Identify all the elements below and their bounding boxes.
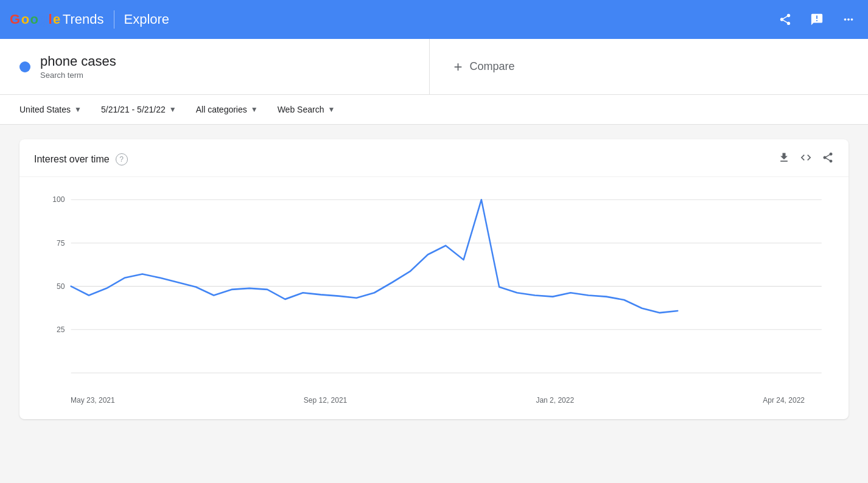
header-explore-title: Explore bbox=[124, 12, 170, 27]
x-label-sep: Sep 12, 2021 bbox=[304, 396, 347, 405]
header-divider bbox=[114, 10, 114, 29]
header: Google Trends Explore bbox=[0, 0, 868, 39]
header-left: Google Trends Explore bbox=[10, 10, 169, 29]
filter-bar: United States ▼ 5/21/21 - 5/21/22 ▼ All … bbox=[0, 95, 868, 125]
x-label-apr: Apr 24, 2022 bbox=[763, 396, 805, 405]
logo-o1: o bbox=[21, 12, 29, 27]
search-term-box[interactable]: phone cases Search term bbox=[0, 39, 430, 94]
category-dropdown-icon: ▼ bbox=[251, 105, 258, 114]
logo-o2: o bbox=[30, 12, 38, 27]
chart-share-icon[interactable] bbox=[822, 151, 834, 167]
category-label: All categories bbox=[196, 105, 247, 114]
chart-header: Interest over time ? bbox=[19, 139, 849, 177]
logo-g1: G bbox=[10, 12, 20, 27]
date-label: 5/21/21 - 5/21/22 bbox=[101, 105, 166, 114]
compare-box[interactable]: + Compare bbox=[430, 39, 869, 94]
logo-l: l bbox=[48, 12, 52, 27]
logo-g2: g bbox=[40, 12, 47, 27]
download-icon[interactable] bbox=[778, 151, 790, 167]
chart-title: Interest over time bbox=[34, 154, 110, 165]
svg-text:25: 25 bbox=[57, 325, 65, 334]
category-filter[interactable]: All categories ▼ bbox=[196, 105, 258, 114]
logo-e: e bbox=[53, 12, 60, 27]
trends-label: Trends bbox=[63, 12, 104, 27]
x-axis-labels: May 23, 2021 Sep 12, 2021 Jan 2, 2022 Ap… bbox=[34, 394, 834, 405]
help-question-mark: ? bbox=[119, 155, 124, 164]
svg-text:100: 100 bbox=[52, 195, 65, 204]
term-text-group: phone cases Search term bbox=[40, 54, 116, 80]
x-label-jan: Jan 2, 2022 bbox=[536, 396, 574, 405]
feedback-icon[interactable] bbox=[807, 10, 827, 29]
svg-text:75: 75 bbox=[57, 238, 65, 247]
region-filter[interactable]: United States ▼ bbox=[19, 105, 82, 114]
date-dropdown-icon: ▼ bbox=[169, 105, 177, 114]
embed-icon[interactable] bbox=[800, 151, 812, 167]
trend-chart: 100 75 50 25 bbox=[34, 187, 834, 394]
search-type-filter[interactable]: Web Search ▼ bbox=[278, 105, 335, 114]
main-content: Interest over time ? bbox=[0, 125, 868, 434]
share-icon[interactable] bbox=[775, 10, 795, 29]
search-area: phone cases Search term + Compare bbox=[0, 39, 868, 95]
date-filter[interactable]: 5/21/21 - 5/21/22 ▼ bbox=[101, 105, 177, 114]
chart-card: Interest over time ? bbox=[19, 139, 849, 419]
region-dropdown-icon: ▼ bbox=[74, 105, 82, 114]
x-label-may: May 23, 2021 bbox=[71, 396, 115, 405]
compare-plus-icon: + bbox=[454, 58, 463, 75]
term-sub: Search term bbox=[40, 71, 116, 80]
search-type-dropdown-icon: ▼ bbox=[327, 105, 335, 114]
svg-text:50: 50 bbox=[57, 282, 65, 291]
help-icon[interactable]: ? bbox=[116, 153, 128, 165]
compare-label: Compare bbox=[470, 60, 515, 73]
region-label: United States bbox=[19, 105, 71, 114]
term-dot bbox=[19, 61, 30, 72]
search-type-label: Web Search bbox=[278, 105, 324, 114]
google-logo: Google bbox=[10, 12, 60, 27]
apps-icon[interactable] bbox=[839, 10, 858, 29]
chart-container: 100 75 50 25 May 23, 2021 Sep 12, 2021 J… bbox=[19, 177, 849, 419]
term-name: phone cases bbox=[40, 54, 116, 69]
header-actions bbox=[775, 10, 858, 29]
chart-actions bbox=[778, 151, 834, 167]
